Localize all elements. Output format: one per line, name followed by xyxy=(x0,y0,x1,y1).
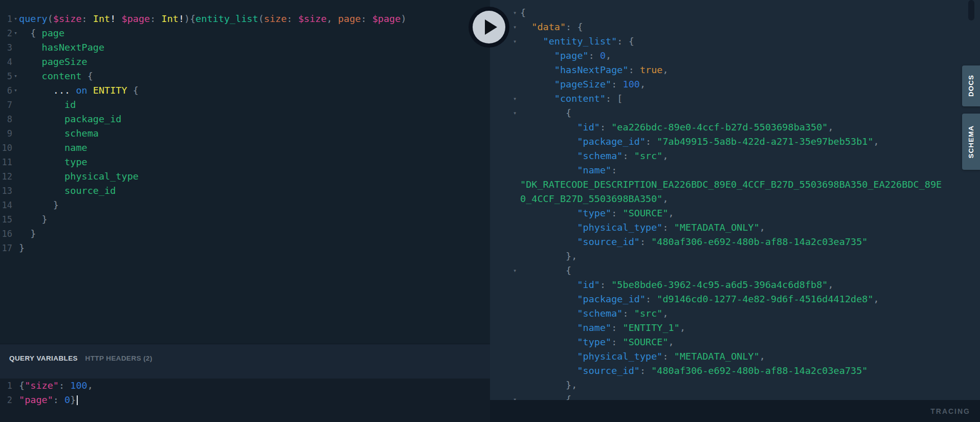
query-line: 9 schema xyxy=(0,126,490,141)
code-text: type xyxy=(19,155,87,169)
variables-line: 2"page": 0} xyxy=(0,393,490,407)
query-editor[interactable]: 1▾query($size: Int! $page: Int!){entity_… xyxy=(0,0,490,344)
code-text: ... on ENTITY { xyxy=(19,83,139,98)
query-line: 2▾ { page xyxy=(0,26,490,40)
code-text: name xyxy=(19,141,87,155)
line-number: 9 xyxy=(0,126,12,141)
response-row: "name": "DK_RATECODE_DESCRIPTION_EA226BD… xyxy=(520,163,945,206)
line-number: 2 xyxy=(0,393,12,407)
fold-arrow-icon[interactable]: ▾ xyxy=(513,20,517,34)
fold-arrow-icon[interactable]: ▾ xyxy=(513,263,517,278)
query-line: 4 pageSize xyxy=(0,55,490,69)
docs-tab-label: DOCS xyxy=(967,75,975,97)
query-line: 8 package_id xyxy=(0,112,490,126)
query-variables-tab[interactable]: QUERY VARIABLES xyxy=(9,354,78,362)
fold-arrow-icon[interactable]: ▾ xyxy=(513,106,517,120)
code-text: } xyxy=(19,227,36,241)
query-line: 17} xyxy=(0,241,490,255)
response-row: }, xyxy=(520,249,945,263)
graphql-playground: 1▾query($size: Int! $page: Int!){entity_… xyxy=(0,0,980,422)
response-row: "id": "5be8bde6-3962-4c95-a6d5-396a4c6d8… xyxy=(520,278,945,292)
response-row: "source_id": "480af306-e692-480b-af88-14… xyxy=(520,364,945,378)
query-line: 7 id xyxy=(0,98,490,112)
query-line: 16 } xyxy=(0,227,490,241)
query-line: 1▾query($size: Int! $page: Int!){entity_… xyxy=(0,12,490,26)
code-text: id xyxy=(19,98,76,112)
line-number: 1 xyxy=(0,379,12,393)
response-row: ▾ "entity_list": { xyxy=(520,34,945,49)
fold-arrow-icon[interactable]: ▾ xyxy=(12,26,19,40)
fold-arrow-icon[interactable]: ▾ xyxy=(513,6,517,20)
line-number: 1 xyxy=(0,12,12,26)
response-row: "page": 0, xyxy=(520,49,945,63)
line-number: 13 xyxy=(0,184,12,198)
tracing-bar: TRACING xyxy=(490,400,980,422)
line-number: 3 xyxy=(0,40,12,55)
query-line: 11 type xyxy=(0,155,490,169)
query-line: 15 } xyxy=(0,212,490,227)
response-json: ▾{▾ "data": {▾ "entity_list": { "page": … xyxy=(520,6,945,407)
response-row: "package_id": "d9146cd0-1277-4e82-9d6f-4… xyxy=(520,292,945,306)
query-line: 14 } xyxy=(0,198,490,212)
line-number: 10 xyxy=(0,141,12,155)
line-number: 6 xyxy=(0,83,12,98)
response-row: "hasNextPage": true, xyxy=(520,63,945,77)
fold-arrow-icon[interactable]: ▾ xyxy=(513,92,517,106)
line-number: 11 xyxy=(0,155,12,169)
line-number: 16 xyxy=(0,227,12,241)
code-text: query($size: Int! $page: Int!){entity_li… xyxy=(19,12,407,26)
docs-tab[interactable]: DOCS xyxy=(962,65,980,106)
line-number: 7 xyxy=(0,98,12,112)
response-row: ▾ { xyxy=(520,106,945,120)
response-row: "physical_type": "METADATA_ONLY", xyxy=(520,349,945,364)
schema-tab[interactable]: SCHEMA xyxy=(962,114,980,170)
line-number: 2 xyxy=(0,26,12,40)
tracing-button[interactable]: TRACING xyxy=(930,407,970,415)
scrollbar-thumb[interactable] xyxy=(968,0,974,20)
line-number: 8 xyxy=(0,112,12,126)
line-number: 15 xyxy=(0,212,12,227)
line-number: 17 xyxy=(0,241,12,255)
fold-arrow-icon[interactable]: ▾ xyxy=(513,34,517,49)
response-row: "source_id": "480af306-e692-480b-af88-14… xyxy=(520,235,945,249)
query-line: 3 hasNextPage xyxy=(0,40,490,55)
code-text: content { xyxy=(19,69,93,83)
text-cursor xyxy=(77,395,78,405)
response-row: ▾ "data": { xyxy=(520,20,945,34)
code-text: pageSize xyxy=(19,55,87,69)
response-row: "physical_type": "METADATA_ONLY", xyxy=(520,220,945,235)
line-number: 4 xyxy=(0,55,12,69)
code-text: source_id xyxy=(19,184,116,198)
execute-query-button[interactable] xyxy=(469,7,509,48)
query-line: 12 physical_type xyxy=(0,169,490,184)
response-row: "pageSize": 100, xyxy=(520,77,945,92)
response-row: "package_id": "7ab49915-5a8b-422d-a271-3… xyxy=(520,135,945,149)
schema-tab-label: SCHEMA xyxy=(967,125,975,159)
query-line: 5▾ content { xyxy=(0,69,490,83)
code-text: } xyxy=(19,198,59,212)
code-text: "page": 0} xyxy=(19,393,78,407)
fold-arrow-icon[interactable]: ▾ xyxy=(12,83,19,98)
code-text: {"size": 100, xyxy=(19,379,93,393)
http-headers-tab[interactable]: HTTP HEADERS (2) xyxy=(85,354,152,362)
response-row: ▾{ xyxy=(520,6,945,20)
fold-arrow-icon[interactable]: ▾ xyxy=(12,69,19,83)
variables-editor[interactable]: 1{"size": 100,2"page": 0} xyxy=(0,379,490,422)
variables-line: 1{"size": 100, xyxy=(0,379,490,393)
response-row: ▾ { xyxy=(520,263,945,278)
line-number: 14 xyxy=(0,198,12,212)
response-row: ▾ "content": [ xyxy=(520,92,945,106)
query-line: 13 source_id xyxy=(0,184,490,198)
fold-arrow-icon[interactable]: ▾ xyxy=(12,12,19,26)
code-text: } xyxy=(19,212,48,227)
play-icon xyxy=(473,11,505,43)
query-line: 6▾ ... on ENTITY { xyxy=(0,83,490,98)
code-text: package_id xyxy=(19,112,122,126)
response-row: }, xyxy=(520,378,945,392)
code-text: schema xyxy=(19,126,99,141)
code-text: { page xyxy=(19,26,64,40)
response-row: "schema": "src", xyxy=(520,306,945,321)
line-number: 5 xyxy=(0,69,12,83)
line-number: 12 xyxy=(0,169,12,184)
response-row: "type": "SOURCE", xyxy=(520,206,945,220)
